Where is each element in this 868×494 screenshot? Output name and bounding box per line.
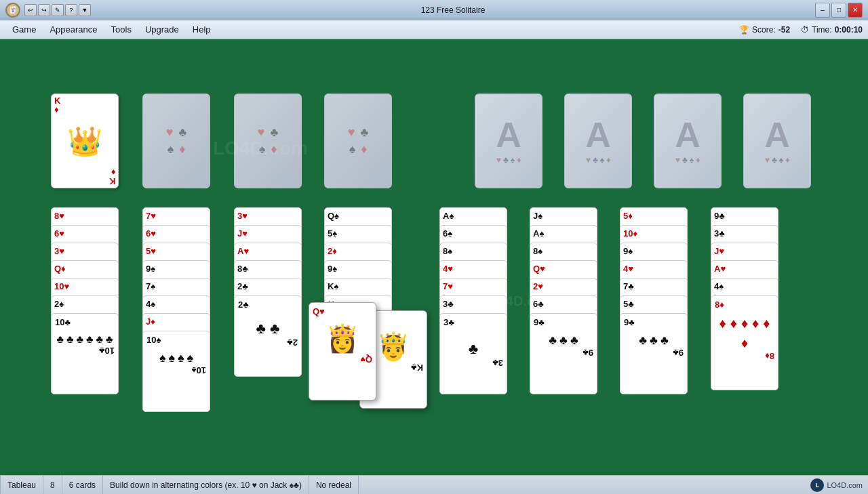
rule-text: Build down in alternating colors (ex. 10… <box>110 480 302 490</box>
tableau-col-3[interactable]: 3♥ J♥ A♥ 8♣ 2♣ 2♣ ♣♣ 2♣ <box>234 207 302 417</box>
score-label: Score: <box>752 25 776 35</box>
foundation-1[interactable]: A ♥ ♣ ♠ ♦ <box>475 94 542 188</box>
status-bar: Tableau 8 6 cards Build down in alternat… <box>0 475 868 494</box>
qa-back[interactable]: ↩ <box>24 4 37 16</box>
foundation-2[interactable]: A ♥ ♣ ♠ ♦ <box>564 94 632 188</box>
cards-label: 6 cards <box>69 480 96 490</box>
time-section: ⏱ Time: 0:00:10 <box>801 25 863 35</box>
window-title: 123 Free Solitaire <box>421 5 486 15</box>
tableau-col-2[interactable]: 7♥ 6♥ 5♥ 9♠ 7♠ 4♠ J♦ 10♠ ♠♠♠♠ 10♠ <box>142 207 210 451</box>
card-rank-top: K♦ <box>54 96 115 114</box>
menu-help[interactable]: Help <box>186 22 218 37</box>
qa-edit[interactable]: ✎ <box>52 4 64 16</box>
tableau-slot-2: ♥ ♣ ♠ ♦ <box>142 94 210 188</box>
qa-help[interactable]: ? <box>65 4 77 16</box>
card-rank-bot: K♦ <box>109 168 115 186</box>
redeal-label: No redeal <box>316 480 351 490</box>
tableau-slot-4: ♥ ♣ ♠ ♦ <box>324 94 392 188</box>
stock-pile[interactable]: K♦ 👑 K♦ <box>51 94 119 188</box>
menu-upgrade[interactable]: Upgrade <box>138 22 186 37</box>
dragged-card-queen[interactable]: Q♥ 👸 Q♥ <box>309 302 376 400</box>
qa-dropdown[interactable]: ▼ <box>79 4 91 16</box>
menu-appearance[interactable]: Appearance <box>43 22 104 37</box>
quick-access: ↩ ↪ ✎ ? ▼ <box>24 4 91 16</box>
game-area[interactable]: LO4D.com LO4D.com K♦ 👑 K♦ ♥ ♣ ♠ ♦ ♥ ♣ ♠ … <box>0 39 868 475</box>
tableau-slot-3: ♥ ♣ ♠ ♦ <box>234 94 302 188</box>
tableau-col-7[interactable]: 5♦ 10♦ 9♠ 4♥ 7♣ 5♣ 9♣ ♣♣♣ 9♣ <box>620 207 688 424</box>
status-logo: L LO4D.com <box>805 478 868 492</box>
score-value: -52 <box>778 25 790 35</box>
count-value: 8 <box>50 480 55 490</box>
close-button[interactable]: ✕ <box>848 3 863 18</box>
foundation-3[interactable]: A ♥ ♣ ♠ ♦ <box>654 94 722 188</box>
score-icon: 🏆 <box>739 25 749 35</box>
menu-bar: Game Appearance Tools Upgrade Help 🏆 Sco… <box>0 20 868 39</box>
time-icon: ⏱ <box>801 25 809 35</box>
app-icon: 🃏 <box>5 3 20 18</box>
title-bar: 🃏 ↩ ↪ ✎ ? ▼ 123 Free Solitaire – □ ✕ <box>0 0 868 20</box>
tableau-col-5[interactable]: A♠ 6♠ 8♠ 4♥ 7♥ 3♣ 3♣ ♣ 3♣ <box>439 207 507 424</box>
time-value: 0:00:10 <box>835 25 863 35</box>
tableau-col-6[interactable]: J♠ A♠ 8♠ Q♥ 2♥ 6♣ 9♣ ♣♣♣ 9♣ <box>530 207 597 424</box>
tableau-col-8[interactable]: 9♣ 3♣ J♥ A♥ 4♠ 8♦ ♦ ♦ ♦ ♦ ♦ ♦ 8♦ <box>711 207 778 417</box>
card-10c: 10♣ ♣ ♣ ♣ ♣ ♣ ♣ 10♣ <box>51 313 119 394</box>
title-bar-left: 🃏 ↩ ↪ ✎ ? ▼ <box>5 3 91 18</box>
qa-forward[interactable]: ↪ <box>38 4 50 16</box>
window-controls: – □ ✕ <box>815 3 863 18</box>
status-cards: 6 cards <box>62 476 103 494</box>
status-redeal: No redeal <box>309 476 359 494</box>
status-mode: Tableau <box>0 476 43 494</box>
card-art: 👑 <box>54 114 115 168</box>
status-rule: Build down in alternating colors (ex. 10… <box>103 476 309 494</box>
score-section: 🏆 Score: -52 <box>739 25 790 35</box>
logo-icon: L <box>810 478 824 492</box>
maximize-button[interactable]: □ <box>831 3 846 18</box>
mode-label: Tableau <box>7 480 36 490</box>
foundation-4[interactable]: A ♥ ♣ ♠ ♦ <box>743 94 811 188</box>
status-count: 8 <box>43 476 62 494</box>
logo-text: LO4D.com <box>827 481 863 489</box>
tableau-col-1[interactable]: 8♥ 6♥ 3♥ Q♦ 10♥ 2♠ 10♣ <box>51 207 119 431</box>
menu-tools[interactable]: Tools <box>104 22 138 37</box>
time-label: Time: <box>812 25 832 35</box>
menu-game[interactable]: Game <box>5 22 43 37</box>
minimize-button[interactable]: – <box>815 3 830 18</box>
menu-stats: 🏆 Score: -52 ⏱ Time: 0:00:10 <box>739 25 863 35</box>
